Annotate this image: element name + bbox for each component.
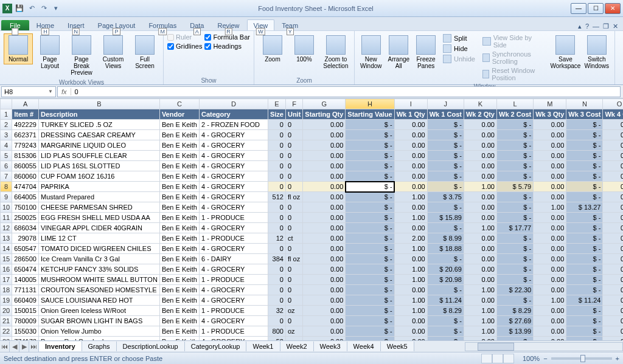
cell[interactable]: $ - — [566, 151, 603, 161]
row-header-15[interactable]: 15 — [1, 254, 12, 264]
cell[interactable]: $ - — [497, 161, 534, 171]
cell[interactable]: $ - — [427, 337, 464, 341]
cell[interactable]: $ - — [566, 233, 603, 244]
hide-button[interactable]: Hide — [440, 44, 478, 53]
sheet-tab-inventory[interactable]: Inventory — [39, 342, 82, 351]
row-header-11[interactable]: 11 — [1, 213, 12, 223]
cell[interactable]: $ - — [346, 244, 394, 254]
cell[interactable]: 0 — [268, 316, 285, 326]
cell[interactable]: 4 - GROCERY — [199, 295, 268, 306]
cell[interactable]: $ - — [346, 275, 394, 285]
row-header-10[interactable]: 10 — [1, 202, 12, 213]
cell[interactable]: oz — [285, 337, 302, 341]
cell[interactable]: $ - — [427, 254, 464, 264]
cell[interactable]: $ - — [497, 130, 534, 140]
tab-formulas[interactable]: FormulasM — [142, 20, 183, 30]
cell[interactable]: 0 — [285, 213, 302, 223]
sheet-tab-week1[interactable]: Week1 — [246, 342, 280, 351]
cell[interactable]: 0.00 — [303, 275, 346, 285]
cell[interactable]: 686034 — [12, 223, 39, 233]
cell[interactable]: 0.00 — [303, 285, 346, 295]
cell[interactable]: $ - — [346, 264, 394, 275]
cell[interactable]: $ - — [497, 202, 534, 213]
cell[interactable]: MUSHROOM WHITE SMALL BUTTON — [38, 275, 159, 285]
page-break-preview-button[interactable]: Page Break Preview — [67, 33, 96, 78]
cell[interactable]: CUP FOAM 16OZ 16J16 — [38, 171, 159, 182]
cell[interactable]: 0.00 — [464, 264, 496, 275]
cell[interactable]: 0.00 — [534, 120, 566, 130]
cell[interactable]: 0.00 — [464, 337, 496, 341]
zoom-in-button[interactable]: + — [616, 355, 619, 362]
cell[interactable]: $ - — [346, 182, 394, 192]
sheet-tab-week2[interactable]: Week2 — [280, 342, 314, 351]
cell[interactable]: Ben E Keith — [159, 120, 199, 130]
cell[interactable]: $ 8.29 — [497, 306, 534, 316]
cell[interactable]: 1 - PRODUCE — [199, 306, 268, 316]
cell[interactable]: 0 — [285, 171, 302, 182]
row-header-23[interactable]: 23 — [1, 337, 12, 341]
cell[interactable]: $ - — [346, 192, 394, 202]
row-header-7[interactable]: 7 — [1, 171, 12, 182]
cell[interactable]: oz — [285, 306, 302, 316]
cell[interactable]: 0.00 — [394, 161, 427, 171]
cell[interactable]: CROUTON SEASONED HOMESTYLE — [38, 285, 159, 295]
tab-file[interactable]: FileF — [1, 20, 29, 30]
cell[interactable]: 0 — [268, 171, 285, 182]
cell[interactable]: 0 — [285, 223, 302, 233]
cell[interactable]: $ - — [566, 182, 603, 192]
cell[interactable]: oz — [285, 326, 302, 337]
cell[interactable]: 0.00 — [303, 182, 346, 192]
row-header-12[interactable]: 12 — [1, 223, 12, 233]
cell[interactable]: $ - — [427, 316, 464, 326]
col-header-F[interactable]: F — [285, 99, 302, 109]
cell[interactable]: Onion Green Iceless W/Root — [38, 306, 159, 316]
cell[interactable]: 4 - GROCERY — [199, 223, 268, 233]
header-cell[interactable]: Category — [199, 109, 268, 120]
cell[interactable]: Ben E Keith — [159, 306, 199, 316]
cell[interactable]: 0 — [268, 140, 285, 151]
header-cell[interactable]: Description — [38, 109, 159, 120]
cell[interactable]: 0 — [285, 161, 302, 171]
cell[interactable]: 0.00 — [534, 264, 566, 275]
cell[interactable]: $ - — [497, 171, 534, 182]
cell[interactable]: LIME 12 CT — [38, 233, 159, 244]
cell[interactable]: 0.00 — [303, 233, 346, 244]
tab-view[interactable]: ViewW — [247, 19, 275, 30]
cell[interactable]: 32 — [268, 306, 285, 316]
tab-team[interactable]: TeamY — [276, 20, 304, 30]
cell[interactable]: Ben E Keith — [159, 337, 199, 341]
cell[interactable]: $ - — [497, 192, 534, 202]
zoom-to-selection-button[interactable]: Zoom to Selection — [321, 33, 350, 71]
cell[interactable]: 140005 — [12, 275, 39, 285]
cell[interactable]: 0.00 — [303, 161, 346, 171]
cell[interactable]: Ben E Keith — [159, 223, 199, 233]
cell[interactable]: 4 - GROCERY — [199, 182, 268, 192]
name-box[interactable]: H8▼ — [1, 86, 56, 97]
col-header-J[interactable]: J — [427, 99, 464, 109]
cell[interactable]: $ - — [346, 161, 394, 171]
cell[interactable]: 1.00 — [464, 326, 496, 337]
qat-dropdown-icon[interactable]: ▾ — [51, 4, 61, 13]
sheet-tab-week4[interactable]: Week4 — [347, 342, 381, 351]
cell[interactable]: $ - — [346, 295, 394, 306]
cell[interactable]: 0.00 — [603, 306, 623, 316]
cell[interactable]: $ 8.29 — [427, 306, 464, 316]
minimize-button[interactable]: — — [571, 3, 586, 14]
cell[interactable]: 0.00 — [603, 295, 623, 306]
cell[interactable]: 474704 — [12, 182, 39, 192]
cell[interactable]: $ - — [346, 254, 394, 264]
cell[interactable]: 0 — [285, 140, 302, 151]
view-page-layout-icon[interactable] — [492, 354, 503, 363]
cell[interactable]: 0 — [285, 182, 302, 192]
cell[interactable]: 250025 — [12, 213, 39, 223]
custom-views-button[interactable]: Custom Views — [99, 33, 128, 71]
name-box-dropdown-icon[interactable]: ▼ — [48, 89, 53, 94]
cell[interactable]: $ 13.27 — [566, 202, 603, 213]
col-header-I[interactable]: I — [394, 99, 427, 109]
cell[interactable]: 4 - GROCERY — [199, 337, 268, 341]
cell[interactable]: Ben E Keith — [159, 130, 199, 140]
cell[interactable]: 1.00 — [464, 306, 496, 316]
sheet-tab-graphs[interactable]: Graphs — [82, 342, 117, 351]
cell[interactable]: $ 22.30 — [497, 285, 534, 295]
col-header-E[interactable]: E — [268, 99, 285, 109]
